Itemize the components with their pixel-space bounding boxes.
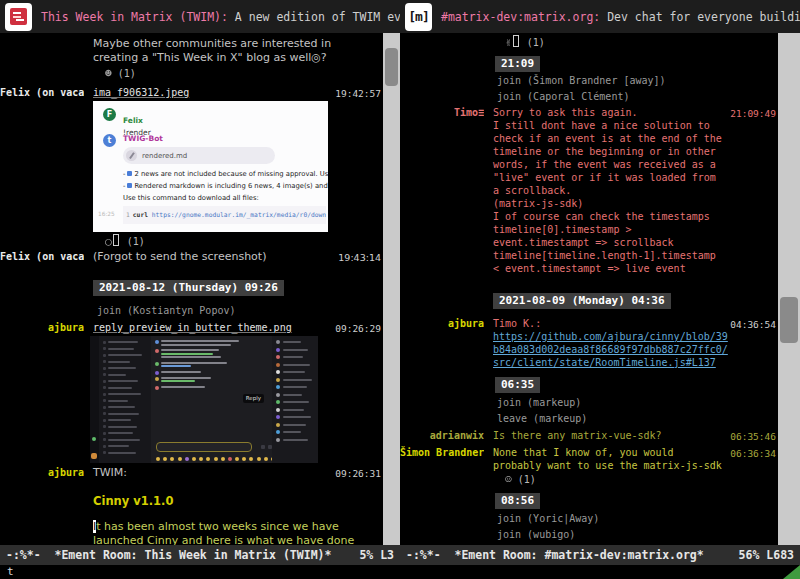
scrollbar-thumb[interactable]: [385, 48, 398, 86]
decor: [155, 349, 159, 353]
decor: [108, 393, 141, 395]
decor: [155, 340, 159, 344]
scrollbar-thumb[interactable]: [780, 297, 798, 343]
timestamp: 19:43:14: [338, 251, 381, 265]
decor: [276, 408, 280, 412]
message-line: words, if the event was received as a: [493, 158, 778, 171]
decor: [108, 413, 139, 415]
decor: [103, 353, 151, 357]
attachment-name: rendered.md: [142, 152, 187, 160]
scrollbar[interactable]: [778, 33, 800, 545]
decor: [103, 367, 106, 370]
decor: [161, 362, 227, 364]
sender-name: ajbura: [0, 321, 84, 334]
decor: [103, 347, 106, 350]
decor: [276, 348, 318, 353]
reaction-count: (1): [518, 474, 536, 485]
reaction-emoji[interactable]: ☻: [105, 67, 112, 80]
screenshot-bullet: -Rendered markdown is including 6 news, …: [123, 182, 328, 190]
attachment-image-fractal-screenshot[interactable]: F Felix !render t TWIG-Bot rendered.md -…: [93, 101, 328, 232]
reaction[interactable]: ✌ (1): [505, 35, 778, 49]
decor: [103, 379, 151, 383]
attachment-file-link[interactable]: ima_f906312.jpeg: [93, 87, 189, 98]
room-title: #matrix-dev:matrix.org: Dev chat for eve…: [441, 10, 800, 24]
screenshot-text: Use this command to download all files:: [123, 194, 328, 202]
room-name: This Week in Matrix (TWIM):: [41, 10, 228, 24]
attachment-image-cinny-screenshot[interactable]: Reply: [90, 336, 318, 463]
echo-area[interactable]: t: [0, 565, 800, 579]
room-avatar-twim: [5, 3, 32, 31]
reaction[interactable]: ☻ (1): [105, 67, 383, 80]
time-divider: 06:35: [495, 377, 540, 393]
message-link[interactable]: b84a083d002deaa8f86689f97dbb887c27ffc0/: [493, 343, 778, 356]
decor: [108, 348, 134, 350]
reaction-emoji[interactable]: ◯: [105, 235, 112, 248]
decor: [108, 452, 136, 454]
avatar: F: [103, 108, 116, 121]
text-cursor: I: [93, 520, 96, 533]
decor: [283, 424, 306, 426]
message-line: < event.timestampt => live event: [493, 262, 778, 275]
message-body: It has been almost two weeks since we ha…: [93, 520, 345, 545]
corner-resize-grip: [783, 565, 800, 579]
sender-name: Felix (on vaca: [0, 86, 84, 99]
screenshot-timestamp: 16:25: [98, 211, 115, 217]
message: ajbura TWIM: 09:26:31: [0, 466, 383, 480]
message: ajbura Timo K.: https://github.com/ajbur…: [400, 317, 778, 369]
decor: [103, 412, 106, 415]
decor: [276, 393, 318, 398]
timestamp: 19:42:57: [335, 87, 381, 100]
room-topic: A new edition of TWIM ev: [228, 10, 400, 24]
decor: [103, 354, 106, 357]
reaction-emoji[interactable]: ✌: [505, 36, 512, 49]
buffer-matrix-dev[interactable]: ✌ (1) 21:09 join (Šimon Brandner [away])…: [400, 33, 778, 545]
message-line: check if an event is at the end of the: [493, 132, 778, 145]
decor: [161, 349, 272, 360]
attachment-file-link[interactable]: reply_preview_in_butter_theme.png: [93, 322, 292, 333]
time-divider: 08:56: [495, 493, 540, 509]
message-line: It has been almost two weeks since we ha…: [93, 520, 345, 534]
decor: [283, 379, 312, 381]
decor: [108, 426, 137, 428]
decor: [276, 340, 280, 344]
message-line: creating a "This Week in X" blog as well…: [93, 51, 383, 65]
decor: [283, 416, 311, 418]
buffer-twim[interactable]: Maybe other communities are interested i…: [0, 33, 383, 545]
decor: [276, 385, 280, 389]
decor: [276, 385, 318, 390]
avatar: t: [103, 134, 116, 147]
decor: [103, 360, 151, 364]
message-text: Is there any matrix-vue-sdk?: [493, 430, 662, 441]
decor: [161, 362, 272, 369]
screenshot-username: Felix: [123, 116, 143, 125]
cinny-member-list: [272, 336, 318, 463]
decor: [161, 349, 219, 351]
decor: [108, 361, 130, 363]
reaction-count: (1): [527, 37, 545, 48]
message-link[interactable]: https://github.com/ajbura/cinny/blob/39: [493, 330, 778, 343]
cinny-emoji-row: [156, 457, 270, 461]
scrollbar[interactable]: [383, 33, 400, 545]
decor: [276, 430, 280, 434]
decor: [276, 415, 280, 419]
decor: [257, 457, 261, 461]
modeline-position: 56% L683: [739, 545, 794, 565]
message-text: TWIM:: [93, 466, 127, 479]
message: Timo≡ Sorry to ask this again.I still do…: [400, 106, 778, 275]
membership-event: join (Yoric|Away): [497, 512, 778, 525]
message-body: Maybe other communities are interested i…: [93, 37, 383, 65]
decor: [199, 457, 203, 461]
decor: [276, 438, 280, 442]
reaction-emoji[interactable]: ☺: [505, 473, 512, 486]
message-link[interactable]: src/client/state/RoomTimeline.js#L137: [493, 356, 778, 369]
reaction[interactable]: ☺ (1): [505, 473, 778, 486]
reaction[interactable]: ◯ (1): [105, 234, 383, 248]
decor: [283, 386, 307, 388]
decor: [249, 457, 253, 461]
cinny-room-list: [99, 336, 151, 463]
message-line: timeline or the beginning or in other: [493, 145, 778, 158]
sender-name: ajbura: [0, 466, 84, 479]
decor: [103, 393, 106, 396]
cinny-input: [156, 442, 252, 452]
decor: [276, 348, 280, 352]
